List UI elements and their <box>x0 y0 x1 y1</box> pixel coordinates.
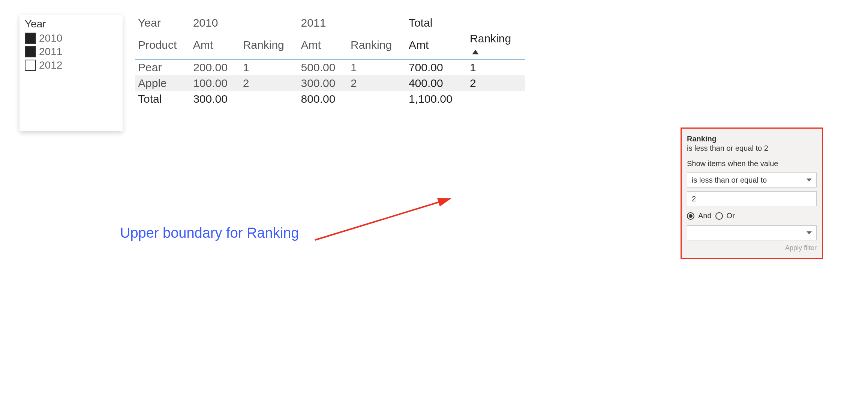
totals-row: Total 300.00 800.00 1,100.00 <box>135 91 525 107</box>
checkbox-icon <box>25 33 36 44</box>
annotation-label: Upper boundary for Ranking <box>120 225 299 241</box>
cell: 1,100.00 <box>406 91 467 107</box>
col-total-rank[interactable]: Ranking <box>467 31 525 60</box>
cell: 700.00 <box>406 60 467 76</box>
col-group-2010[interactable]: 2010 <box>190 15 298 31</box>
slicer-title: Year <box>25 18 117 30</box>
radio-dot-icon <box>689 214 693 218</box>
chevron-down-icon <box>807 178 812 182</box>
cell: 1 <box>467 60 525 76</box>
cell: 500.00 <box>298 60 348 76</box>
header-row-2: Product Amt Ranking Amt Ranking Amt Rank… <box>135 31 525 60</box>
checkbox-icon <box>25 46 36 57</box>
col-2011-rank[interactable]: Ranking <box>348 31 406 60</box>
year-slicer: Year 2010 2011 2012 <box>19 15 123 131</box>
col-2011-amt[interactable]: Amt <box>298 31 348 60</box>
col-group-2011[interactable]: 2011 <box>298 15 406 31</box>
operator1-dropdown[interactable]: is less than or equal to <box>687 172 817 188</box>
row-label: Pear <box>135 60 190 76</box>
radio-and-label: And <box>698 212 712 220</box>
logic-radio-group: And Or <box>687 212 817 220</box>
table-row[interactable]: Apple 100.00 2 300.00 2 400.00 2 <box>135 75 525 91</box>
row-label: Apple <box>135 75 190 91</box>
slicer-item-2012[interactable]: 2012 <box>25 59 117 71</box>
filter-heading: Ranking <box>687 135 817 143</box>
cell: 400.00 <box>406 75 467 91</box>
radio-and[interactable] <box>687 212 694 220</box>
slicer-item-2011[interactable]: 2011 <box>25 46 117 58</box>
filter-summary: is less than or equal to 2 <box>687 144 817 153</box>
col-total-rank-label: Ranking <box>470 32 511 45</box>
cell: 800.00 <box>298 91 348 107</box>
slicer-item-2010[interactable]: 2010 <box>25 32 117 44</box>
cell: 1 <box>240 60 298 76</box>
checkbox-icon <box>25 60 36 71</box>
svg-line-0 <box>315 199 450 240</box>
matrix-table: Year 2010 2011 Total Product Amt Ranking… <box>135 15 525 107</box>
apply-filter-button[interactable]: Apply filter <box>687 244 817 252</box>
arrow-icon <box>311 161 461 259</box>
slicer-item-label: 2012 <box>39 59 62 71</box>
cell: 300.00 <box>298 75 348 91</box>
table-row[interactable]: Pear 200.00 1 500.00 1 700.00 1 <box>135 60 525 76</box>
col-2010-rank[interactable]: Ranking <box>240 31 298 60</box>
cell: 2 <box>467 75 525 91</box>
row-field-label: Year <box>135 15 190 31</box>
input-value: 2 <box>692 195 696 203</box>
col-total-amt[interactable]: Amt <box>406 31 467 60</box>
totals-label: Total <box>135 91 190 107</box>
col-field-label: Product <box>135 31 190 60</box>
cell: 2 <box>240 75 298 91</box>
chevron-down-icon <box>807 231 812 234</box>
slicer-item-label: 2011 <box>39 46 62 58</box>
operator2-dropdown[interactable] <box>687 225 817 240</box>
radio-or[interactable] <box>715 212 723 220</box>
col-2010-amt[interactable]: Amt <box>190 31 240 60</box>
cell: 2 <box>348 75 406 91</box>
sort-asc-icon <box>472 50 479 54</box>
cell: 300.00 <box>190 91 240 107</box>
filter-label: Show items when the value <box>687 159 817 168</box>
header-row-1: Year 2010 2011 Total <box>135 15 525 31</box>
cell: 1 <box>348 60 406 76</box>
matrix-visual: Year 2010 2011 Total Product Amt Ranking… <box>135 15 551 122</box>
cell: 200.00 <box>190 60 240 76</box>
cell: 100.00 <box>190 75 240 91</box>
dropdown-value: is less than or equal to <box>692 176 767 184</box>
value1-input[interactable]: 2 <box>687 191 817 206</box>
radio-or-label: Or <box>727 212 735 220</box>
slicer-item-label: 2010 <box>39 32 62 44</box>
filter-panel: Ranking is less than or equal to 2 Show … <box>681 128 823 259</box>
col-group-total[interactable]: Total <box>406 15 525 31</box>
